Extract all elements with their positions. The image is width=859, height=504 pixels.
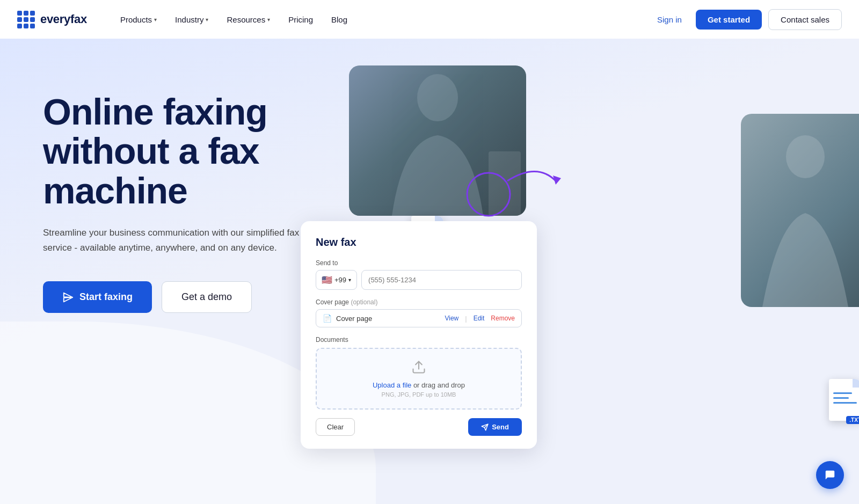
chevron-down-icon: ▾ <box>267 17 270 23</box>
flag-icon: 🇺🇸 <box>322 275 332 285</box>
nav-item-products[interactable]: Products ▾ <box>113 11 164 28</box>
phone-input[interactable] <box>361 270 522 290</box>
svg-point-2 <box>786 135 825 178</box>
navigation: everyfax Products ▾ Industry ▾ Resources… <box>0 0 859 39</box>
chevron-down-icon: ▾ <box>154 17 157 23</box>
nav-item-pricing[interactable]: Pricing <box>281 11 321 28</box>
fax-footer: Clear Send <box>316 418 522 436</box>
get-demo-button[interactable]: Get a demo <box>162 281 252 313</box>
send-to-label: Send to <box>316 259 522 267</box>
logo[interactable]: everyfax <box>17 11 87 28</box>
start-faxing-button[interactable]: Start faxing <box>43 281 152 313</box>
doctor-photo <box>741 114 859 307</box>
nav-actions: Sign in Get started Contact sales <box>650 9 842 30</box>
country-chevron-icon: ▾ <box>348 277 351 283</box>
documents-label: Documents <box>316 336 522 344</box>
nav-item-industry[interactable]: Industry ▾ <box>168 11 216 28</box>
hero-subtitle: Streamline your business communication w… <box>43 225 301 255</box>
hero-section: Online faxing without a fax machine Stre… <box>0 39 859 504</box>
upload-link[interactable]: Upload a file <box>373 381 411 389</box>
upload-icon <box>327 360 510 378</box>
paper-plane-icon <box>62 291 74 303</box>
country-selector[interactable]: 🇺🇸 +99 ▾ <box>316 270 357 290</box>
cover-actions: View | Edit Remove <box>445 315 515 323</box>
hero-left: Online faxing without a fax machine Stre… <box>0 39 333 345</box>
fax-modal-title: New fax <box>316 236 522 249</box>
cover-page-value: Cover page <box>336 315 372 323</box>
country-code: +99 <box>334 276 346 284</box>
contact-sales-button[interactable]: Contact sales <box>768 9 842 30</box>
chevron-down-icon: ▾ <box>206 17 208 23</box>
cover-page-row: 📄 Cover page View | Edit Remove <box>316 309 522 327</box>
nav-item-resources[interactable]: Resources ▾ <box>219 11 278 28</box>
phone-row: 🇺🇸 +99 ▾ <box>316 270 522 290</box>
upload-text: Upload a file or drag and drop <box>327 381 510 389</box>
edit-button[interactable]: Edit <box>474 315 485 323</box>
view-button[interactable]: View <box>445 315 458 323</box>
fax-modal: New fax Send to 🇺🇸 +99 ▾ Cover page (opt… <box>301 221 537 449</box>
upload-or: or drag and drop <box>413 381 465 389</box>
hero-buttons: Start faxing Get a demo <box>43 281 301 313</box>
txt-badge: .TXT <box>826 374 859 421</box>
hero-title: Online faxing without a fax machine <box>43 92 301 210</box>
doctor-silhouette <box>741 114 859 307</box>
signin-button[interactable]: Sign in <box>650 11 689 28</box>
logo-name: everyfax <box>40 12 87 26</box>
nav-links: Products ▾ Industry ▾ Resources ▾ Pricin… <box>113 11 650 28</box>
document-icon: 📄 <box>323 314 332 323</box>
hero-right: .DOC .PDF <box>333 39 859 504</box>
svg-marker-0 <box>64 293 73 302</box>
chat-icon <box>824 469 836 481</box>
send-button[interactable]: Send <box>468 418 522 436</box>
optional-label: (optional) <box>351 298 377 306</box>
send-icon <box>481 423 489 431</box>
upload-hint: PNG, JPG, PDF up to 10MB <box>327 391 510 398</box>
logo-grid <box>17 11 35 28</box>
file-dropzone[interactable]: Upload a file or drag and drop PNG, JPG,… <box>316 348 522 410</box>
purple-arrow-annotation <box>456 151 574 227</box>
fab-button[interactable] <box>816 461 844 489</box>
remove-button[interactable]: Remove <box>491 315 515 323</box>
svg-point-1 <box>417 74 458 121</box>
get-started-button[interactable]: Get started <box>696 10 762 30</box>
clear-button[interactable]: Clear <box>316 418 355 436</box>
cover-page-label: Cover page (optional) <box>316 298 522 306</box>
svg-point-3 <box>467 173 510 216</box>
nav-item-blog[interactable]: Blog <box>324 11 355 28</box>
txt-label: .TXT <box>846 416 859 424</box>
